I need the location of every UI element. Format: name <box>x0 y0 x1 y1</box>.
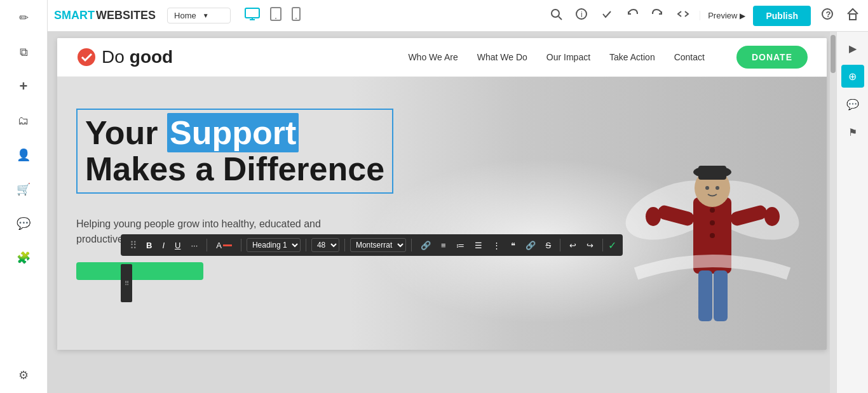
separator-4 <box>344 239 345 251</box>
svg-point-30 <box>705 186 709 190</box>
mobile-device-icon[interactable] <box>289 4 303 27</box>
svg-point-23 <box>710 208 715 213</box>
layers-icon[interactable]: ⧉ <box>12 41 35 63</box>
svg-rect-27 <box>714 270 728 321</box>
font-family-select[interactable]: Montserrat <box>350 238 406 252</box>
search-icon[interactable] <box>547 5 565 26</box>
font-color-button[interactable]: A <box>212 239 236 252</box>
underline-button[interactable]: U <box>171 239 184 252</box>
logo-text-do: Do <box>102 47 125 67</box>
brand-logo: SMARTWEBSITES <box>54 9 156 22</box>
page-selector-label: Home <box>174 11 196 20</box>
svg-point-4 <box>275 18 276 19</box>
check-icon[interactable] <box>598 5 616 26</box>
undo-icon[interactable] <box>623 5 641 26</box>
quote-button[interactable]: ❝ <box>507 239 519 252</box>
settings-icon[interactable]: ⚙ <box>12 364 35 387</box>
preview-label: Preview <box>708 11 737 20</box>
vertical-scrollbar[interactable] <box>830 32 836 393</box>
logo-text-good: good <box>130 47 173 67</box>
nav-link-take-action[interactable]: Take Action <box>609 52 655 62</box>
site-logo: Dogood <box>76 47 173 67</box>
publish-button[interactable]: Publish <box>753 6 811 26</box>
svg-rect-0 <box>245 8 259 18</box>
redo-icon[interactable] <box>649 5 667 26</box>
add-element-icon[interactable]: ⊕ <box>841 65 864 88</box>
nav-link-our-impact[interactable]: Our Impact <box>546 52 590 62</box>
brand-smart: SMART <box>54 9 95 22</box>
site-preview: Dogood Who We Are What We Do Our Impact … <box>57 38 827 350</box>
site-nav: Dogood Who We Are What We Do Our Impact … <box>57 38 827 77</box>
embed-link-button[interactable]: 🔗 <box>522 239 539 252</box>
preview-button[interactable]: Preview ▶ <box>700 11 745 20</box>
list-variant-button[interactable]: ⋮ <box>489 239 505 252</box>
brand-websites: WEBSITES <box>96 9 156 22</box>
svg-rect-13 <box>850 14 856 20</box>
help-icon[interactable]: ? <box>818 5 836 26</box>
device-icons <box>242 4 303 27</box>
toolbar-redo-button[interactable]: ↪ <box>583 239 597 252</box>
scrollbar-thumb[interactable] <box>831 35 836 73</box>
pencil-icon[interactable]: ✏ <box>12 6 35 29</box>
hero-title-highlight: Support <box>167 113 299 152</box>
separator-2 <box>241 239 241 251</box>
font-size-select[interactable]: 48 <box>311 238 339 252</box>
tablet-device-icon[interactable] <box>268 4 284 27</box>
separator-5 <box>411 239 412 251</box>
add-icon[interactable]: + <box>12 75 35 98</box>
heading-select[interactable]: Heading 1 <box>247 238 301 252</box>
bold-button[interactable]: B <box>142 239 156 252</box>
cart-icon[interactable]: 🛒 <box>12 178 35 201</box>
donate-button[interactable]: DONATE <box>736 46 808 69</box>
strikethrough-button[interactable]: S <box>542 239 555 252</box>
site-nav-links: Who We Are What We Do Our Impact Take Ac… <box>408 46 808 69</box>
desktop-device-icon[interactable] <box>242 5 262 26</box>
link-button[interactable]: 🔗 <box>417 239 435 252</box>
canvas-wrapper: Dogood Who We Are What We Do Our Impact … <box>48 32 868 393</box>
canvas: Dogood Who We Are What We Do Our Impact … <box>48 32 836 393</box>
info-icon[interactable]: i <box>573 5 590 26</box>
home-icon[interactable] <box>844 5 862 26</box>
puzzle-icon[interactable]: 🧩 <box>12 246 35 269</box>
flag-icon[interactable]: ⚑ <box>841 121 864 143</box>
child-figure <box>617 83 808 337</box>
svg-point-28 <box>646 207 661 226</box>
nav-link-who-we-are[interactable]: Who We Are <box>408 52 458 62</box>
more-button[interactable]: ··· <box>187 239 201 252</box>
svg-point-24 <box>710 220 715 225</box>
page-selector[interactable]: Home ▼ <box>167 8 231 23</box>
separator-6 <box>560 239 560 251</box>
italic-button[interactable]: I <box>158 239 168 252</box>
right-panel: ▶ ⊕ 💬 ⚑ <box>836 32 868 393</box>
separator-3 <box>306 239 306 251</box>
unordered-list-button[interactable]: ☰ <box>471 239 486 252</box>
nav-link-what-we-do[interactable]: What We Do <box>477 52 527 62</box>
svg-text:?: ? <box>826 10 831 19</box>
svg-rect-20 <box>698 166 726 180</box>
expand-right-icon[interactable]: ▶ <box>841 37 864 60</box>
left-sidebar: ✏ ⧉ + 🗂 👤 🛒 💬 🧩 ⚙ <box>0 0 48 393</box>
comments-icon[interactable]: 💬 <box>841 93 864 116</box>
top-bar: SMARTWEBSITES Home ▼ i <box>48 0 868 32</box>
hero-cta-button[interactable] <box>76 262 203 280</box>
toolbar-undo-button[interactable]: ↩ <box>566 239 580 252</box>
folder-icon[interactable]: 🗂 <box>12 109 35 132</box>
svg-point-25 <box>710 233 715 238</box>
ordered-list-button[interactable]: ≔ <box>452 239 468 252</box>
toolbar-drag-handle[interactable]: ⠿ <box>127 239 140 251</box>
separator-7 <box>602 239 603 251</box>
svg-line-8 <box>559 17 562 20</box>
main-area: SMARTWEBSITES Home ▼ i <box>48 0 868 393</box>
nav-link-contact[interactable]: Contact <box>674 52 705 62</box>
chat-icon[interactable]: 💬 <box>12 212 35 235</box>
font-color-label: A <box>216 241 222 250</box>
align-left-button[interactable]: ≡ <box>437 239 450 252</box>
svg-point-31 <box>715 186 719 190</box>
confirm-button[interactable]: ✓ <box>608 239 616 251</box>
person-icon[interactable]: 👤 <box>12 143 35 166</box>
element-drag-handle[interactable]: ⠿ <box>121 264 132 302</box>
code-icon[interactable] <box>674 5 692 26</box>
svg-point-6 <box>295 18 297 19</box>
hero-title-container[interactable]: Your Support Makes a Difference <box>76 109 393 194</box>
chevron-down-icon: ▼ <box>203 12 209 19</box>
